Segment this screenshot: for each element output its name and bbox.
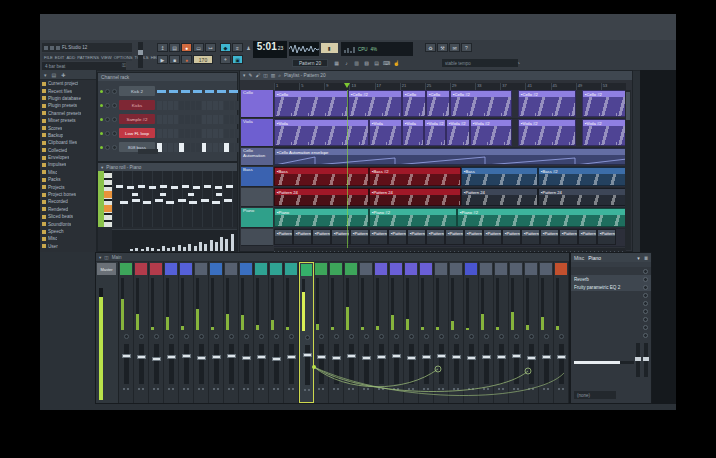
mixer-strip-tab[interactable] xyxy=(255,263,267,275)
strip-fader[interactable] xyxy=(454,344,459,384)
step-cell[interactable] xyxy=(230,143,235,152)
step-cell[interactable] xyxy=(157,115,162,124)
mixer-detach-icon[interactable]: ◫ xyxy=(104,255,108,260)
strip-fader[interactable] xyxy=(424,344,429,384)
browser-item-rendered[interactable]: Rendered xyxy=(40,206,96,213)
playlist-toolbar-icon-5[interactable]: ⌕ xyxy=(278,73,281,78)
step-cell[interactable] xyxy=(202,101,207,110)
playlist-toolbar-icon-2[interactable]: 🖌 xyxy=(255,73,260,78)
track-header-cello-automation[interactable]: Cello Automation xyxy=(241,148,273,166)
menu-file[interactable]: FILE xyxy=(44,55,53,60)
strip-fader-handle[interactable] xyxy=(377,355,386,359)
browser-item-user[interactable]: User xyxy=(40,243,96,250)
link-dot[interactable] xyxy=(304,389,306,391)
browser-item-misc[interactable]: Misc xyxy=(40,235,96,242)
strip-fader[interactable] xyxy=(349,344,354,384)
mixer-strip-23[interactable] xyxy=(449,262,464,403)
mixer-strip-tab[interactable] xyxy=(225,263,237,275)
channel-mute-led[interactable] xyxy=(100,132,103,135)
wait-input-icon[interactable]: ▣ xyxy=(232,55,243,64)
browser-item-impulses[interactable]: Impulses xyxy=(40,161,96,168)
pattern-clip[interactable]: ▪Piano #2 xyxy=(457,208,626,227)
browser-item-scores[interactable]: Scores xyxy=(40,124,96,131)
playlist-toolbar-icon-4[interactable]: ▥ xyxy=(271,73,276,78)
strip-pan-knob[interactable] xyxy=(169,334,174,339)
record-button[interactable]: ● xyxy=(181,55,192,64)
pattern-clip[interactable]: ▪Pattern 27 xyxy=(445,229,464,245)
song-mode-icon[interactable]: ≡ xyxy=(232,43,243,52)
velocity-bar[interactable] xyxy=(199,242,202,251)
midi-note[interactable] xyxy=(160,193,166,196)
step-cell[interactable] xyxy=(185,129,190,138)
mic-icon[interactable]: ♟ xyxy=(244,44,253,52)
piano-roll-toolbar[interactable]: ▾ Piano roll - Piano xyxy=(98,163,237,171)
window-menu-icon[interactable] xyxy=(44,46,48,50)
velocity-bar[interactable] xyxy=(231,234,234,251)
channel-pan-knob[interactable] xyxy=(105,131,110,136)
link-dot[interactable] xyxy=(198,388,200,390)
pattern-clip[interactable]: ▪Cello #2 xyxy=(582,90,626,117)
fx-slot-enable-led[interactable] xyxy=(643,285,648,290)
step-cell[interactable] xyxy=(191,115,196,124)
step-cell[interactable] xyxy=(179,101,184,110)
mixer-strip-tab[interactable] xyxy=(405,263,417,275)
playlist-lane-3[interactable]: ▪Bass▪Bass #2▪Bass▪Bass #2 xyxy=(274,167,626,188)
pattern-clip[interactable]: ▪Viola #2 xyxy=(470,119,512,146)
mixer-strip-tab[interactable] xyxy=(450,263,462,275)
mixer-toggle-icon[interactable]: ▧ xyxy=(362,59,371,67)
link-dot[interactable] xyxy=(322,388,324,390)
browser-item-envelopes[interactable]: Envelopes xyxy=(40,154,96,161)
step-cell[interactable] xyxy=(185,143,190,152)
channel-pan-knob[interactable] xyxy=(105,89,110,94)
mixer-strip-9[interactable] xyxy=(239,262,254,403)
typing-keyboard-icon[interactable]: ⌨ xyxy=(382,59,391,67)
mixer-strip-tab[interactable] xyxy=(525,263,537,275)
pattern-clip[interactable]: ▪Pattern 24 xyxy=(461,188,538,206)
strip-pan-knob[interactable] xyxy=(334,334,339,339)
strip-pan-knob[interactable] xyxy=(409,334,414,339)
strip-fader-handle[interactable] xyxy=(512,354,521,358)
mixer-strip-tab[interactable] xyxy=(435,263,447,275)
browser-item-misc[interactable]: Misc xyxy=(40,169,96,176)
link-dot[interactable] xyxy=(243,388,245,390)
pattern-clip[interactable]: ▪Pattern 26 xyxy=(293,229,312,245)
lock-icon[interactable]: ⚿ xyxy=(122,62,128,70)
tempo-display[interactable]: 170 xyxy=(193,55,213,64)
step-cell[interactable] xyxy=(174,115,179,124)
mixer-strip-tab[interactable] xyxy=(270,263,282,275)
midi-note[interactable] xyxy=(212,201,220,204)
mixer-strip-tab[interactable] xyxy=(285,263,297,275)
link-dot[interactable] xyxy=(202,388,204,390)
strip-pan-knob[interactable] xyxy=(124,334,129,339)
mixer-strip-tab[interactable] xyxy=(480,263,492,275)
pattern-mode-icon[interactable]: ◆ xyxy=(220,43,231,52)
step-cell[interactable] xyxy=(168,129,173,138)
channel-volume-knob[interactable] xyxy=(112,117,117,122)
strip-pan-knob[interactable] xyxy=(364,334,369,339)
step-cell[interactable] xyxy=(179,115,184,124)
mixer-strip-14[interactable] xyxy=(314,262,329,403)
step-cell[interactable] xyxy=(219,129,224,138)
pattern-clip[interactable]: ▪Pattern 27 xyxy=(464,229,483,245)
mixer-strip-tab[interactable] xyxy=(360,263,372,275)
fx-dropdown-icon[interactable]: ▾ xyxy=(637,255,640,261)
pattern-clip[interactable]: ▪Cello xyxy=(402,90,426,117)
fx-slot-enable-led[interactable] xyxy=(643,309,648,314)
pattern-clip[interactable]: ▪Pattern 27 xyxy=(407,229,426,245)
mixer-strip-tab[interactable] xyxy=(301,264,312,276)
strip-pan-knob[interactable] xyxy=(199,334,204,339)
mixer-strip-tab[interactable] xyxy=(420,263,432,275)
link-dot[interactable] xyxy=(517,388,519,390)
browser-toolbar-icon-0[interactable]: ▾ xyxy=(44,72,47,78)
midi-note[interactable] xyxy=(215,186,222,189)
step-cell[interactable] xyxy=(163,129,168,138)
step-cell[interactable] xyxy=(230,129,235,138)
master-strip-tab[interactable]: Master xyxy=(97,263,116,275)
strip-fader[interactable] xyxy=(259,344,264,384)
channel-pan-knob[interactable] xyxy=(105,145,110,150)
step-cell[interactable] xyxy=(230,115,235,124)
strip-pan-knob[interactable] xyxy=(499,334,504,339)
playlist-lane-2[interactable]: ▪Cello Automation envelope xyxy=(274,148,626,167)
step-cell[interactable] xyxy=(202,143,207,152)
strip-fader[interactable] xyxy=(169,344,174,384)
